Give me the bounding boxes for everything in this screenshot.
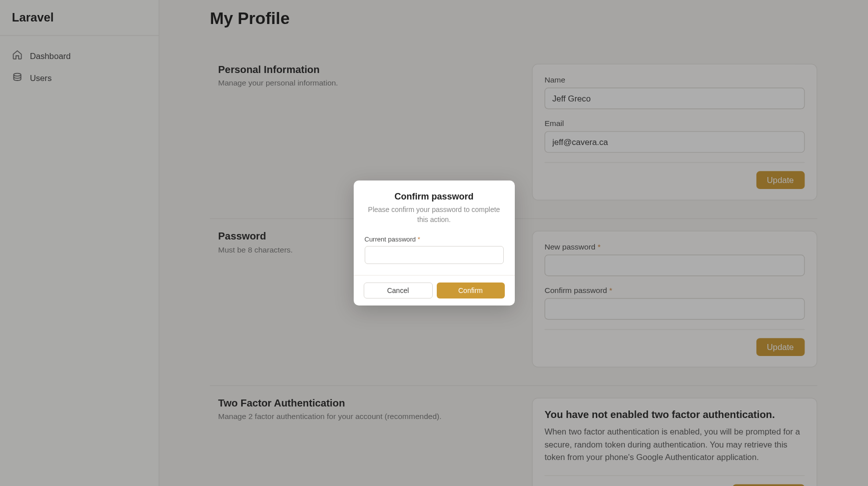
current-password-label: Current password * [365, 236, 504, 243]
cancel-button[interactable]: Cancel [364, 282, 433, 298]
modal-subtitle: Please confirm your password to complete… [365, 205, 504, 224]
confirm-password-modal: Confirm password Please confirm your pas… [354, 180, 515, 306]
modal-overlay[interactable]: Confirm password Please confirm your pas… [0, 0, 868, 486]
confirm-button[interactable]: Confirm [437, 282, 505, 298]
modal-title: Confirm password [365, 192, 504, 202]
current-password-input[interactable] [365, 246, 504, 264]
